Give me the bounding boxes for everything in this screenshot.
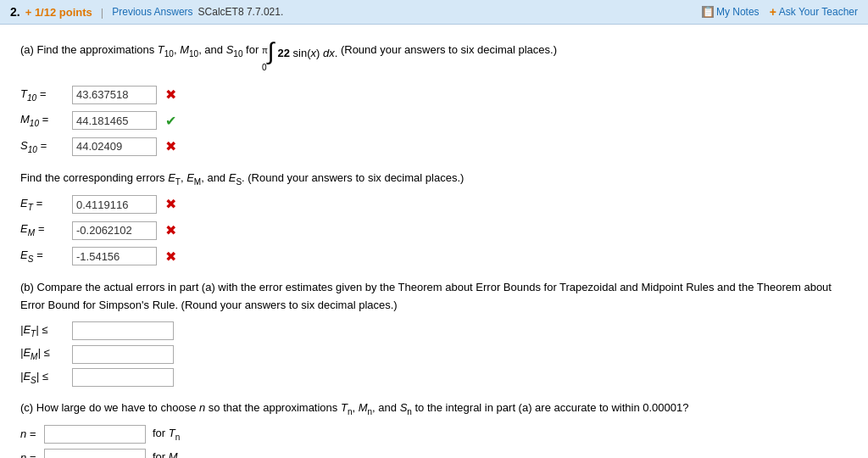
em-status-icon: ✖ [165, 220, 176, 242]
for-mn-label: for Mn [153, 449, 182, 458]
es-status-icon: ✖ [165, 246, 176, 268]
part-b: (b) Compare the actual errors in part (a… [20, 279, 848, 387]
s10-input[interactable] [72, 137, 157, 156]
mn-row: n = for Mn [20, 449, 848, 458]
content-area: (a) Find the approximations T10, M10, an… [0, 25, 868, 458]
source-text: SCalcET8 7.7.021. [198, 6, 284, 18]
t10-status-icon: ✖ [165, 84, 176, 106]
part-a-text: (a) Find the approximations T10, M10, an… [20, 40, 848, 75]
integral-display: π 0 ∫ 22 sin(x) dx. [262, 43, 337, 75]
t10-label: T10 = [20, 86, 67, 105]
et-input[interactable] [72, 195, 157, 214]
part-a: (a) Find the approximations T10, M10, an… [20, 40, 848, 158]
integral-symbol: ∫ [268, 40, 275, 64]
es-input[interactable] [72, 247, 157, 265]
em-abs-row: |EM| ≤ [20, 344, 848, 364]
n-label-mn: n = [20, 450, 37, 458]
es-row: ES = ✖ [20, 246, 848, 268]
s10-label: S10 = [20, 137, 67, 157]
em-abs-label: |EM| ≤ [20, 344, 67, 364]
tn-row: n = for Tn [20, 425, 848, 444]
et-abs-input[interactable] [72, 321, 174, 340]
em-row: EM = ✖ [20, 220, 848, 242]
em-input[interactable] [72, 221, 157, 240]
previous-answers-link[interactable]: Previous Answers [112, 6, 192, 18]
integral-lower: 0 [262, 60, 268, 75]
m10-row: M10 = ✔ [20, 110, 848, 132]
ask-teacher-button[interactable]: + Ask Your Teacher [770, 5, 858, 19]
s10-row: S10 = ✖ [20, 136, 848, 158]
em-abs-input[interactable] [72, 345, 174, 364]
question-number: 2. [10, 5, 20, 19]
em-label: EM = [20, 221, 67, 240]
es-abs-input[interactable] [72, 368, 174, 387]
m10-status-icon: ✔ [165, 110, 176, 132]
top-bar: 2. + 1/12 points | Previous Answers SCal… [0, 0, 868, 25]
integral-expr: 22 sin(x) dx. [277, 43, 337, 63]
t10-row: T10 = ✖ [20, 84, 848, 106]
part-c-text: (c) How large do we have to choose n so … [20, 399, 848, 419]
integral-upper: π [262, 43, 268, 59]
n-mn-input[interactable] [44, 449, 146, 458]
errors-section: Find the corresponding errors ET, EM, an… [20, 170, 848, 267]
part-a-label: (a) Find the approximations T10, M10, an… [20, 43, 262, 56]
plus-icon: + [770, 5, 776, 19]
et-row: ET = ✖ [20, 193, 848, 215]
et-label: ET = [20, 195, 67, 215]
my-notes-button[interactable]: 📋 My Notes [702, 6, 760, 18]
part-b-text: (b) Compare the actual errors in part (a… [20, 279, 848, 315]
notes-icon: 📋 [702, 6, 714, 18]
separator: | [101, 6, 103, 19]
t10-input[interactable] [72, 86, 157, 104]
top-bar-left: 2. + 1/12 points | Previous Answers SCal… [10, 5, 283, 19]
n-label-tn: n = [20, 426, 37, 444]
m10-input[interactable] [72, 111, 157, 130]
part-c: (c) How large do we have to choose n so … [20, 399, 848, 458]
points-info: + 1/12 points [25, 6, 92, 19]
es-abs-row: |ES| ≤ [20, 368, 848, 388]
for-tn-label: for Tn [153, 425, 180, 444]
part-a-round-note: (Round your answers to six decimal place… [341, 43, 557, 56]
et-abs-label: |ET| ≤ [20, 321, 67, 341]
top-bar-right: 📋 My Notes + Ask Your Teacher [702, 5, 858, 19]
n-tn-input[interactable] [44, 425, 146, 444]
m10-label: M10 = [20, 111, 67, 131]
et-abs-row: |ET| ≤ [20, 321, 848, 341]
et-status-icon: ✖ [165, 193, 176, 215]
errors-heading: Find the corresponding errors ET, EM, an… [20, 170, 848, 189]
es-label: ES = [20, 247, 67, 266]
s10-status-icon: ✖ [165, 136, 176, 158]
es-abs-label: |ES| ≤ [20, 368, 67, 388]
